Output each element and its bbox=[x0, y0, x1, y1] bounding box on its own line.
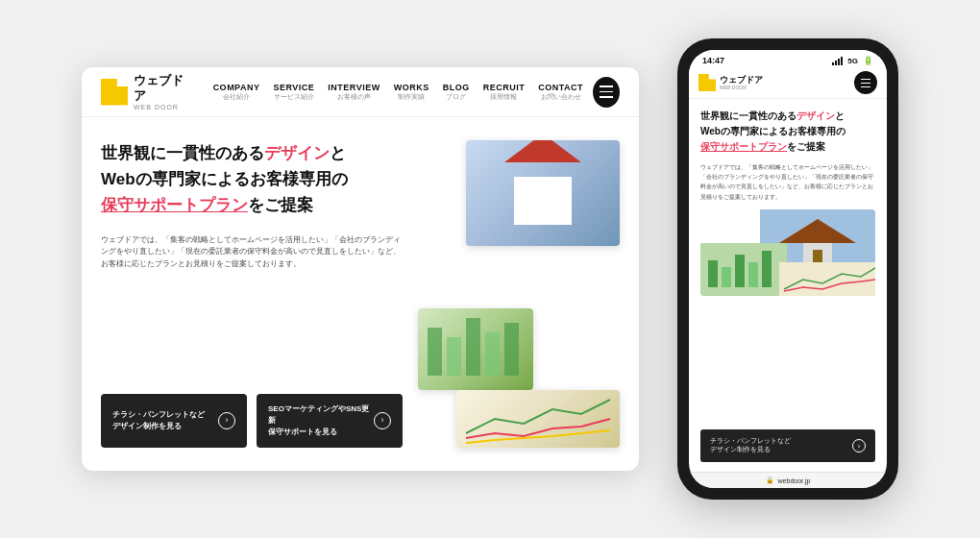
hamburger-line-3 bbox=[600, 96, 613, 98]
desktop-hero: 世界観に一貫性のあるデザインと Webの専門家によるお客様専用の 保守サポートプ… bbox=[82, 117, 639, 471]
mobile-title-line3: Webの専門家によるお客様専用の bbox=[700, 126, 845, 136]
mobile-logo-icon bbox=[698, 74, 716, 91]
hamburger-line-2 bbox=[600, 91, 613, 93]
desktop-nav: ウェブドア WEB DOOR COMPANY 会社紹介 SERVICE サービス… bbox=[82, 67, 639, 117]
hero-title-accent2: 保守サポートプラン bbox=[101, 196, 248, 214]
logo-name: ウェブドア bbox=[134, 73, 184, 103]
mobile-hamburger-line-3 bbox=[861, 86, 870, 87]
nav-item-blog[interactable]: BLOG ブログ bbox=[443, 83, 470, 102]
hero-title-line3: Webの専門家によるお客様専用の bbox=[101, 170, 348, 188]
mobile-hamburger-line-1 bbox=[861, 79, 870, 80]
desktop-mockup: ウェブドア WEB DOOR COMPANY 会社紹介 SERVICE サービス… bbox=[82, 67, 639, 471]
mobile-title-accent1: デザイン bbox=[796, 110, 835, 121]
signal-bars-icon bbox=[832, 57, 843, 65]
mobile-hamburger-line-2 bbox=[861, 83, 870, 84]
network-type: 5G bbox=[847, 57, 858, 65]
mobile-nav: ウェブドア WEB DOOR bbox=[689, 67, 887, 99]
seo-button-text: SEOマーケティングやSNS更新 保守サポートを見る bbox=[268, 404, 374, 438]
hero-title-line1: 世界観に一貫性のある bbox=[101, 144, 264, 162]
design-button[interactable]: チラシ・パンフレットなど デザイン制作を見る › bbox=[101, 394, 247, 448]
signal-bar-3 bbox=[838, 59, 840, 65]
seo-button[interactable]: SEOマーケティングやSNS更新 保守サポートを見る › bbox=[257, 394, 403, 448]
mobile-content: 世界観に一貫性のあるデザインと Webの専門家によるお客様専用の 保守サポートプ… bbox=[689, 99, 887, 472]
mobile-collage-card-2 bbox=[700, 243, 787, 296]
page-container: ウェブドア WEB DOOR COMPANY 会社紹介 SERVICE サービス… bbox=[53, 19, 927, 519]
svg-rect-2 bbox=[466, 318, 480, 376]
logo-icon bbox=[101, 79, 128, 106]
mobile-title-line4: をご提案 bbox=[787, 141, 825, 152]
collage-card-2 bbox=[418, 308, 533, 390]
svg-rect-13 bbox=[748, 262, 758, 287]
mobile-collage bbox=[700, 209, 875, 296]
nav-item-service[interactable]: SERVICE サービス紹介 bbox=[273, 83, 314, 102]
svg-rect-1 bbox=[447, 337, 461, 376]
desktop-logo[interactable]: ウェブドア WEB DOOR bbox=[101, 73, 184, 110]
nav-item-recruit[interactable]: RECRUIT 採用情報 bbox=[483, 83, 526, 102]
nav-item-works[interactable]: WORKS 制作実績 bbox=[394, 83, 429, 102]
hero-title-accent1: デザイン bbox=[264, 144, 330, 162]
signal-bar-2 bbox=[835, 61, 837, 65]
mobile-design-button[interactable]: チラシ・パンフレットなど デザイン制作を見る › bbox=[700, 429, 875, 462]
seo-button-arrow-icon: › bbox=[374, 412, 391, 429]
hero-left: 世界観に一貫性のあるデザインと Webの専門家によるお客様専用の 保守サポートプ… bbox=[101, 140, 403, 448]
svg-rect-11 bbox=[722, 267, 731, 287]
hamburger-line-1 bbox=[600, 86, 613, 87]
logo-text-block: ウェブドア WEB DOOR bbox=[134, 73, 184, 110]
svg-rect-0 bbox=[428, 328, 442, 376]
mobile-screen: 14:47 5G 🔋 ウェブドア bbox=[689, 50, 887, 488]
mobile-logo-subtitle: WEB DOOR bbox=[720, 85, 763, 90]
nav-item-contact[interactable]: CONTACT お問い合わせ bbox=[538, 83, 583, 102]
hero-description: ウェブドアでは、「集客の戦略としてホームページを活用したい」「会社のブランディン… bbox=[101, 234, 403, 271]
image-collage bbox=[418, 140, 620, 448]
hamburger-button[interactable] bbox=[593, 77, 620, 108]
collage-card-1 bbox=[466, 140, 620, 246]
nav-items: COMPANY 会社紹介 SERVICE サービス紹介 INTERVIEW お客… bbox=[213, 83, 583, 102]
mobile-title-line1: 世界観に一貫性のある bbox=[700, 110, 796, 121]
hero-buttons: チラシ・パンフレットなど デザイン制作を見る › SEOマーケティングやSNS更… bbox=[101, 394, 403, 448]
mobile-address-bar: 🔒 webdoor.jp bbox=[689, 472, 887, 488]
logo-subtitle: WEB DOOR bbox=[134, 104, 184, 110]
collage-card-3 bbox=[456, 390, 620, 448]
hero-title-line4: をご提案 bbox=[248, 196, 313, 214]
mobile-logo[interactable]: ウェブドア WEB DOOR bbox=[698, 74, 854, 91]
mobile-hero-desc: ウェブドアでは、「集客の戦略としてホームページを活用したい」「会社のブランディン… bbox=[700, 162, 875, 202]
mobile-collage-card-3 bbox=[779, 262, 875, 296]
svg-rect-15 bbox=[779, 262, 875, 296]
battery-icon: 🔋 bbox=[863, 56, 873, 65]
svg-rect-4 bbox=[504, 323, 519, 376]
status-time: 14:47 bbox=[702, 56, 724, 65]
hero-right-collage bbox=[418, 140, 620, 448]
status-icons: 5G 🔋 bbox=[832, 56, 873, 65]
mobile-btn-arrow-icon: › bbox=[852, 439, 866, 452]
svg-rect-14 bbox=[762, 251, 772, 287]
design-button-arrow-icon: › bbox=[218, 412, 235, 429]
svg-rect-3 bbox=[485, 332, 500, 376]
mobile-status-bar: 14:47 5G 🔋 bbox=[689, 50, 887, 67]
design-button-text: チラシ・パンフレットなど デザイン制作を見る bbox=[112, 409, 205, 432]
address-text: webdoor.jp bbox=[778, 477, 811, 484]
mobile-title-line2: と bbox=[835, 110, 845, 121]
nav-item-company[interactable]: COMPANY 会社紹介 bbox=[213, 83, 260, 102]
svg-rect-10 bbox=[708, 260, 718, 287]
hero-title-line2: と bbox=[330, 144, 346, 162]
nav-item-interview[interactable]: INTERVIEW お客様の声 bbox=[328, 83, 380, 102]
signal-bar-1 bbox=[832, 62, 834, 65]
mobile-btn-text: チラシ・パンフレットなど デザイン制作を見る bbox=[710, 437, 791, 454]
mobile-mockup: 14:47 5G 🔋 ウェブドア bbox=[677, 38, 898, 500]
svg-rect-12 bbox=[735, 255, 745, 287]
mobile-hamburger-button[interactable] bbox=[854, 71, 877, 94]
mobile-logo-name: ウェブドア bbox=[720, 75, 763, 86]
signal-bar-4 bbox=[841, 57, 843, 65]
mobile-title-accent2: 保守サポートプラン bbox=[700, 141, 787, 152]
hero-title: 世界観に一貫性のあるデザインと Webの専門家によるお客様専用の 保守サポートプ… bbox=[101, 140, 403, 219]
mobile-logo-text-block: ウェブドア WEB DOOR bbox=[720, 75, 763, 91]
mobile-hero-title: 世界観に一貫性のあるデザインと Webの専門家によるお客様専用の 保守サポートプ… bbox=[700, 109, 875, 155]
lock-icon: 🔒 bbox=[766, 477, 774, 484]
